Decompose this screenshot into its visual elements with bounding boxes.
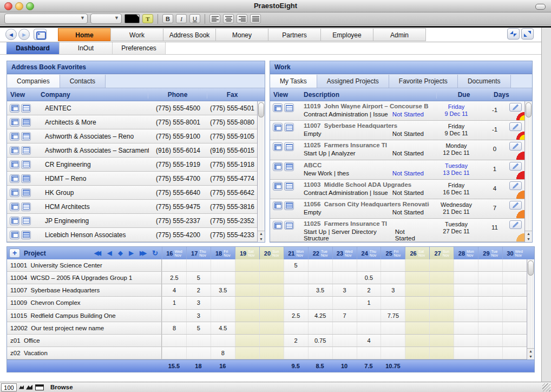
refresh-button[interactable]: ↻ <box>150 249 160 257</box>
list-view-button[interactable] <box>21 217 31 225</box>
hours-cell[interactable] <box>259 297 284 309</box>
hours-cell[interactable] <box>211 310 235 322</box>
edit-task-button[interactable] <box>509 181 522 190</box>
hours-cell[interactable] <box>478 259 502 271</box>
hours-cell[interactable] <box>332 272 357 284</box>
project-row[interactable]: 11009 Chevron Complex 1 3 1 <box>7 297 527 309</box>
form-view-button[interactable] <box>10 146 19 155</box>
company-row[interactable]: HDMT – Reno (775) 555-4700 (775) 555-477… <box>7 172 257 186</box>
hours-cell[interactable] <box>381 297 405 309</box>
hours-cell[interactable] <box>478 310 502 322</box>
list-view-button[interactable] <box>284 123 294 132</box>
hours-cell[interactable] <box>235 322 259 334</box>
next-week-button[interactable]: ▶ <box>127 250 136 257</box>
company-row[interactable]: Licebich Henson Associates (775) 555-420… <box>7 228 257 242</box>
current-week-button[interactable]: ◆ <box>116 250 125 257</box>
hours-cell[interactable] <box>429 310 454 322</box>
hours-cell[interactable] <box>429 347 454 359</box>
hours-cell[interactable] <box>235 310 259 322</box>
edit-task-button[interactable] <box>509 122 522 131</box>
hours-cell[interactable] <box>211 297 235 309</box>
hours-cell[interactable]: 7.75 <box>381 310 405 322</box>
scroll-down-button[interactable]: ▼ <box>525 237 532 242</box>
task-row[interactable]: 11003 Middle School ADA Upgrades Contrac… <box>270 180 524 199</box>
font-size-select[interactable]: ▼ <box>90 14 122 24</box>
hours-cell[interactable]: 3.5 <box>308 284 332 296</box>
hours-cell[interactable] <box>478 347 502 359</box>
hours-cell[interactable] <box>259 322 284 334</box>
form-view-button[interactable] <box>273 182 283 191</box>
zoom-out-icon[interactable] <box>19 386 24 389</box>
hours-cell[interactable] <box>162 335 186 347</box>
text-color-button[interactable]: T <box>142 14 153 23</box>
hours-cell[interactable] <box>235 297 259 309</box>
nav-tab[interactable]: Partners <box>268 28 321 41</box>
hours-cell[interactable] <box>259 272 284 284</box>
hours-cell[interactable] <box>357 347 381 359</box>
hours-cell[interactable] <box>284 284 308 296</box>
hours-cell[interactable]: 4.25 <box>308 310 332 322</box>
last-week-button[interactable]: ▶▶ <box>137 250 149 257</box>
form-view-button[interactable] <box>273 201 283 210</box>
address-panel-tab[interactable]: Contacts <box>60 75 106 88</box>
hours-cell[interactable] <box>405 310 429 322</box>
form-view-button[interactable] <box>10 104 19 113</box>
hours-cell[interactable] <box>429 259 454 271</box>
hours-cell[interactable]: 2 <box>284 335 308 347</box>
hours-cell[interactable]: 5 <box>186 322 211 334</box>
hours-cell[interactable] <box>381 347 405 359</box>
hours-cell[interactable] <box>235 335 259 347</box>
toolbar-toggle-button[interactable] <box>535 4 546 10</box>
nav-tab[interactable]: Money <box>215 28 268 41</box>
hours-cell[interactable] <box>405 322 429 334</box>
hours-cell[interactable]: 1 <box>162 297 186 309</box>
form-view-button[interactable] <box>10 217 19 225</box>
hours-cell[interactable] <box>235 284 259 296</box>
hours-cell[interactable] <box>381 272 405 284</box>
hours-cell[interactable]: 5 <box>284 259 308 271</box>
hours-cell[interactable] <box>284 297 308 309</box>
hours-cell[interactable] <box>332 322 357 334</box>
hours-cell[interactable] <box>332 259 357 271</box>
list-view-button[interactable] <box>21 202 31 211</box>
italic-button[interactable]: I <box>176 14 187 23</box>
hours-cell[interactable] <box>332 347 357 359</box>
task-row[interactable]: 11025 Farmers Insurance TI Start Up | Se… <box>270 219 524 242</box>
hours-cell[interactable] <box>381 335 405 347</box>
hours-cell[interactable] <box>405 335 429 347</box>
hours-cell[interactable] <box>405 284 429 296</box>
scroll-up-button[interactable]: ▲ <box>527 349 534 354</box>
hours-cell[interactable]: 4 <box>162 284 186 296</box>
project-row[interactable]: 11004 WCSD – 2005 FA Upgrades Group 1 2.… <box>7 272 527 284</box>
back-button[interactable]: ◄ <box>5 29 17 40</box>
hours-cell[interactable]: 8 <box>162 322 186 334</box>
nav-tab[interactable]: Work <box>110 28 163 41</box>
list-view-button[interactable] <box>21 174 31 183</box>
hours-cell[interactable] <box>429 272 454 284</box>
hours-cell[interactable]: 2 <box>186 284 211 296</box>
edit-task-button[interactable] <box>509 220 522 229</box>
hours-cell[interactable] <box>211 272 235 284</box>
form-view-button[interactable] <box>273 221 283 230</box>
project-row[interactable]: 11007 Syberbase Headquarters 4 2 3.5 3.5… <box>7 284 527 297</box>
hours-cell[interactable]: 0.5 <box>357 272 381 284</box>
previous-week-button[interactable]: ◀ <box>105 250 114 257</box>
hours-cell[interactable]: 1 <box>357 297 381 309</box>
nav-tab[interactable]: Employee <box>320 28 373 41</box>
hours-cell[interactable] <box>502 322 527 334</box>
hours-cell[interactable] <box>429 322 454 334</box>
hours-cell[interactable] <box>308 347 332 359</box>
project-row[interactable]: z01 Office 2 0.75 4 <box>7 335 527 347</box>
resize-grip[interactable] <box>542 383 550 391</box>
fill-color-swatch[interactable] <box>124 14 140 23</box>
form-view-button[interactable] <box>10 132 19 141</box>
hours-cell[interactable] <box>308 259 332 271</box>
work-panel-tab[interactable]: Assigned Projects <box>317 75 389 88</box>
align-left-button[interactable] <box>209 14 220 23</box>
hours-cell[interactable] <box>357 259 381 271</box>
scroll-up-button[interactable]: ▲ <box>258 231 265 237</box>
hours-cell[interactable]: 2 <box>357 284 381 296</box>
list-view-button[interactable] <box>284 103 294 112</box>
task-row[interactable]: 11019 John Wayne Airport – Concourse B C… <box>270 101 524 121</box>
task-row[interactable]: 11025 Farmers Insurance TI Start Up | An… <box>270 140 524 160</box>
